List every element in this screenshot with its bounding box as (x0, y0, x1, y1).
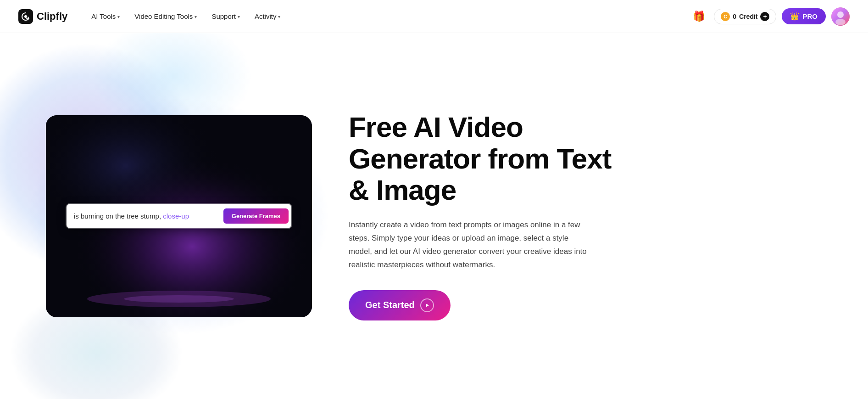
avatar-image (831, 7, 850, 26)
play-icon (420, 298, 434, 312)
hero-section: is burning on the tree stump, close-up G… (0, 33, 868, 399)
avatar-svg (831, 7, 850, 26)
video-card: is burning on the tree stump, close-up G… (46, 115, 312, 317)
chevron-down-icon: ▾ (117, 14, 120, 19)
hero-text: Free AI Video Generator from Text & Imag… (349, 112, 615, 320)
hero-description: Instantly create a video from text promp… (349, 219, 587, 272)
logo-text: Clipfly (37, 11, 67, 22)
logo-icon (18, 9, 33, 24)
nav-links: AI Tools ▾ Video Editing Tools ▾ Support… (86, 9, 286, 24)
nav-left: Clipfly AI Tools ▾ Video Editing Tools ▾… (18, 9, 286, 24)
svg-point-3 (837, 11, 844, 18)
credit-amount: 0 (733, 13, 736, 20)
get-started-button[interactable]: Get Started (349, 290, 451, 320)
logo[interactable]: Clipfly (18, 9, 67, 24)
chevron-down-icon: ▾ (238, 14, 240, 19)
credit-coin-icon: C (721, 12, 730, 21)
prompt-text-start: is burning on the tree stump, (74, 212, 163, 220)
svg-point-9 (124, 295, 234, 303)
credit-label: Credit (739, 13, 757, 20)
generate-frames-button[interactable]: Generate Frames (223, 208, 289, 224)
add-credit-button[interactable]: + (760, 12, 769, 21)
chevron-down-icon: ▾ (195, 14, 197, 19)
nav-item-video-editing-tools[interactable]: Video Editing Tools ▾ (129, 9, 202, 24)
prompt-bar[interactable]: is burning on the tree stump, close-up G… (67, 204, 291, 228)
chevron-down-icon: ▾ (278, 14, 280, 19)
video-card-wrapper: is burning on the tree stump, close-up G… (46, 115, 312, 317)
crown-icon: 👑 (790, 12, 799, 21)
pro-label: PRO (802, 12, 818, 20)
svg-point-1 (24, 15, 27, 18)
user-avatar[interactable] (831, 7, 850, 26)
hero-title: Free AI Video Generator from Text & Imag… (349, 112, 615, 206)
credit-button[interactable]: C 0 Credit + (714, 9, 776, 24)
pro-button[interactable]: 👑 PRO (782, 8, 826, 24)
cta-label: Get Started (365, 300, 415, 310)
prompt-text: is burning on the tree stump, close-up (74, 212, 220, 220)
nav-item-activity[interactable]: Activity ▾ (249, 9, 286, 24)
nav-item-ai-tools[interactable]: AI Tools ▾ (86, 9, 125, 24)
svg-point-4 (835, 19, 846, 25)
navbar: Clipfly AI Tools ▾ Video Editing Tools ▾… (0, 0, 868, 33)
nav-item-support[interactable]: Support ▾ (206, 9, 245, 24)
gift-button[interactable]: 🎁 (689, 7, 708, 26)
nav-right: 🎁 C 0 Credit + 👑 PRO (689, 7, 850, 26)
prompt-highlight: close-up (163, 212, 189, 220)
